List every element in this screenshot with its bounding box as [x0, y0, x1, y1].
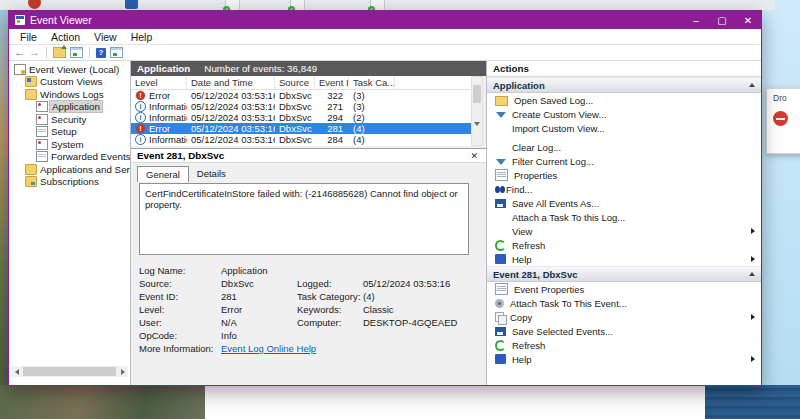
action-label: Properties — [514, 170, 557, 181]
back-button[interactable]: ← — [14, 47, 25, 58]
action-help[interactable]: Help — [487, 252, 761, 266]
action-find[interactable]: Find... — [487, 182, 761, 196]
tree-item-windows-logs[interactable]: Windows Logs — [9, 88, 130, 101]
tree-item-event-viewer-local[interactable]: Event Viewer (Local) — [9, 63, 130, 76]
menu-file[interactable]: File — [13, 31, 44, 43]
scroll-down-icon[interactable] — [474, 126, 480, 144]
collapse-icon[interactable] — [749, 83, 755, 87]
tree-item-custom-views[interactable]: Custom Views — [9, 76, 130, 89]
action-refresh[interactable]: Refresh — [487, 338, 761, 352]
menu-help[interactable]: Help — [124, 31, 160, 43]
tree-item-system[interactable]: System — [9, 138, 130, 151]
menu-action[interactable]: Action — [44, 31, 87, 43]
event-message: CertFindCertificateInStore failed with: … — [145, 188, 458, 210]
i-refresh-icon — [495, 340, 506, 351]
action-save-selected-events[interactable]: Save Selected Events... — [487, 324, 761, 338]
action-view[interactable]: View — [487, 224, 761, 238]
tree-item-applications-and-services-logs[interactable]: Applications and Services Logs — [9, 163, 130, 176]
event-row-281[interactable]: !Error 05/12/2024 03:53:16 DbxSvc 281 (4… — [131, 123, 471, 134]
field-value: Error — [221, 304, 297, 315]
col-header-date-and-time[interactable]: Date and Time — [187, 76, 275, 89]
col-header-level[interactable]: Level — [131, 76, 187, 89]
tree-item-security[interactable]: Security — [9, 113, 130, 126]
help-icon[interactable]: ? — [96, 48, 106, 58]
scroll-left-icon[interactable] — [11, 366, 22, 377]
action-save-all-events-as[interactable]: Save All Events As... — [487, 196, 761, 210]
preview-tabs: GeneralDetails — [137, 166, 234, 182]
maximize-button[interactable]: ▢ — [709, 11, 735, 29]
action-label: Attach a Task To this Log... — [512, 212, 625, 223]
field-label: Keywords: — [297, 304, 363, 315]
tab-details[interactable]: Details — [189, 166, 234, 182]
app-icon-blue[interactable] — [125, 0, 138, 9]
action-properties[interactable]: Properties — [487, 168, 761, 182]
action-label: Find... — [506, 184, 532, 195]
action-label: View — [512, 226, 532, 237]
custom-views-folder-icon — [25, 76, 37, 87]
action-help[interactable]: Help — [487, 352, 761, 366]
tree-item-subscriptions[interactable]: Subscriptions — [9, 176, 130, 189]
action-copy[interactable]: Copy — [487, 310, 761, 324]
action-event-properties[interactable]: Event Properties — [487, 282, 761, 296]
open-saved-log-icon[interactable] — [53, 47, 66, 58]
tab-general[interactable]: General — [137, 166, 189, 182]
tree-item-application[interactable]: Application — [9, 101, 130, 114]
actions-section-event-281-dbxsvc[interactable]: Event 281, DbxSvc — [487, 266, 761, 282]
action-label: Help — [512, 254, 532, 265]
event-row-271[interactable]: iInformation 05/12/2024 03:53:16 DbxSvc … — [131, 101, 471, 112]
action-import-custom-view[interactable]: Import Custom View... — [487, 121, 761, 135]
action-label: Filter Current Log... — [512, 156, 594, 167]
dropbox-notification[interactable]: Dro — [766, 88, 800, 154]
tree-item-setup[interactable]: Setup — [9, 126, 130, 139]
action-attach-task-to-this-event[interactable]: Attach Task To This Event... — [487, 296, 761, 310]
col-header-source[interactable]: Source — [275, 76, 315, 89]
event-row-284[interactable]: iInformation 05/12/2024 03:53:16 DbxSvc … — [131, 134, 471, 145]
dropbox-notification-text: Dro — [773, 93, 787, 103]
scrollbar-thumb[interactable] — [473, 85, 481, 103]
action-attach-a-task-to-this-log[interactable]: Attach a Task To this Log... — [487, 210, 761, 224]
console-tree-icon[interactable] — [70, 47, 83, 58]
event-row-322[interactable]: !Error 05/12/2024 03:53:16 DbxSvc 322 (3… — [131, 90, 471, 101]
event-log-online-help-link[interactable]: Event Log Online Help — [221, 343, 316, 354]
event-list-scrollbar[interactable] — [471, 76, 483, 146]
tree-item-forwarded-events[interactable]: Forwarded Events — [9, 151, 130, 164]
action-label: Save Selected Events... — [512, 326, 613, 337]
titlebar[interactable]: Event Viewer – ▢ ✕ — [9, 11, 761, 29]
action-filter-current-log[interactable]: Filter Current Log... — [487, 154, 761, 168]
app-icon-red[interactable] — [28, 0, 41, 9]
event-row-294[interactable]: iInformation 05/12/2024 03:53:16 DbxSvc … — [131, 112, 471, 123]
field-label: More Information: — [139, 343, 221, 354]
col-header-task-ca[interactable]: Task Ca... — [349, 76, 395, 89]
action-open-saved-log[interactable]: Open Saved Log... — [487, 93, 761, 107]
actions-section-application[interactable]: Application — [487, 77, 761, 93]
action-create-custom-view[interactable]: Create Custom View... — [487, 107, 761, 121]
action-refresh[interactable]: Refresh — [487, 238, 761, 252]
forward-button[interactable]: → — [29, 47, 40, 58]
cell-level: iInformation — [131, 134, 187, 145]
collapse-icon[interactable] — [749, 272, 755, 276]
i-open-folder-icon — [495, 96, 508, 106]
preview-close-icon[interactable]: ✕ — [470, 151, 478, 161]
minimize-button[interactable]: – — [683, 11, 709, 29]
col-header-event-id[interactable]: Event ID — [315, 76, 349, 89]
scroll-right-icon[interactable] — [117, 366, 128, 377]
cell-task-category: (4) — [349, 123, 395, 134]
field-value: Classic — [363, 304, 479, 315]
action-clear-log[interactable]: Clear Log... — [487, 140, 761, 154]
cell-source: DbxSvc — [275, 101, 315, 112]
cell-source: DbxSvc — [275, 90, 315, 101]
event-count: Number of events: 36,849 — [204, 63, 317, 74]
i-filter-icon — [496, 159, 506, 165]
preview-pane-header: Event 281, DbxSvc ✕ — [131, 148, 486, 163]
tree-horizontal-scrollbar[interactable] — [11, 366, 128, 377]
field-label: Log Name: — [139, 265, 221, 276]
menu-view[interactable]: View — [87, 31, 124, 43]
close-button[interactable]: ✕ — [735, 11, 761, 29]
window-content: Event Viewer (Local) Custom Views Window… — [9, 61, 761, 385]
action-label: Copy — [510, 312, 532, 323]
action-pane-icon[interactable] — [110, 47, 123, 58]
error-icon: ! — [135, 90, 146, 101]
settings-app-background: Ease of Access Narrator, magnifier, high… — [205, 385, 705, 419]
scrollbar-thumb[interactable] — [23, 367, 116, 376]
cell-source: DbxSvc — [275, 134, 315, 145]
